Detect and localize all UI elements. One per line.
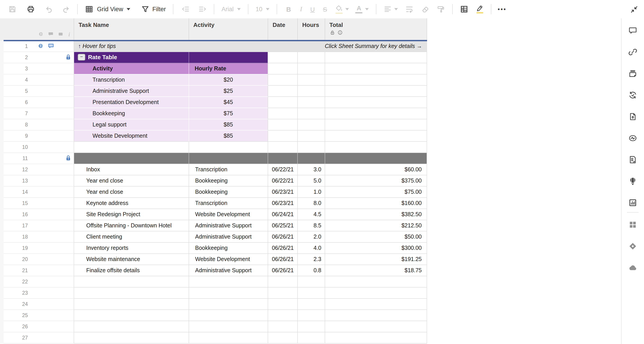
empty-cell[interactable] (325, 332, 427, 343)
total-cell[interactable]: $18.75 (325, 265, 427, 276)
row-number[interactable]: 18 (4, 231, 28, 242)
hours-cell[interactable]: 8.0 (298, 197, 325, 209)
hours-cell[interactable]: 1.0 (298, 186, 325, 197)
comment-icon[interactable] (48, 31, 54, 37)
underline-button[interactable]: U (310, 5, 315, 13)
total-cell[interactable]: $382.50 (325, 209, 427, 220)
empty-cell[interactable] (189, 332, 268, 343)
total-cell[interactable]: $50.00 (325, 231, 427, 242)
sidebar-publish-button[interactable] (628, 112, 638, 122)
date-cell[interactable]: 06/22/21 (268, 175, 298, 186)
wrap-text-button[interactable] (405, 5, 414, 13)
empty-cell[interactable] (189, 287, 268, 299)
activity-cell[interactable]: Website Development (189, 209, 268, 220)
empty-cell[interactable] (74, 142, 189, 153)
row-number[interactable]: 10 (4, 142, 28, 152)
hours-cell[interactable]: 2.3 (298, 254, 325, 265)
rate-value-cell[interactable]: $85 (189, 130, 268, 142)
section-bar-cell[interactable] (74, 153, 189, 164)
comment-icon[interactable] (48, 42, 54, 49)
task-name-cell[interactable]: Client meeting (74, 231, 189, 242)
empty-cell[interactable] (298, 85, 325, 97)
section-bar-cell[interactable] (298, 153, 325, 164)
row-number[interactable]: 5 (4, 85, 28, 96)
italic-button[interactable]: I (300, 5, 302, 13)
highlight-changes-button[interactable] (476, 5, 484, 14)
activity-cell[interactable]: Administrative Support (189, 220, 268, 231)
row-number[interactable]: 13 (4, 175, 28, 186)
row-info-icon[interactable]: i (67, 31, 71, 37)
activity-cell[interactable]: Administrative Support (189, 265, 268, 276)
column-header-date[interactable]: Date (268, 18, 298, 41)
sidebar-connector-cloud-button[interactable] (628, 263, 638, 273)
row-number[interactable]: 24 (4, 299, 28, 309)
row-number[interactable]: 22 (4, 276, 28, 287)
empty-cell[interactable] (268, 74, 298, 85)
total-cell[interactable]: $75.00 (325, 186, 427, 197)
column-header-total[interactable]: Total (325, 18, 427, 41)
total-cell[interactable]: $160.00 (325, 197, 427, 209)
empty-cell[interactable] (74, 299, 189, 310)
empty-cell[interactable] (268, 299, 298, 310)
strikethrough-button[interactable]: S (323, 5, 327, 13)
task-name-cell[interactable]: Inbox (74, 164, 189, 175)
row-number[interactable]: 4 (4, 74, 28, 85)
sidebar-proofs-button[interactable] (628, 69, 638, 78)
empty-cell[interactable] (189, 299, 268, 310)
task-name-cell[interactable]: Inventory reports (74, 242, 189, 254)
date-cell[interactable]: 06/26/21 (268, 231, 298, 242)
empty-cell[interactable] (74, 287, 189, 299)
empty-cell[interactable] (74, 310, 189, 321)
empty-cell[interactable] (325, 276, 427, 287)
row-number[interactable]: 11 (4, 153, 28, 164)
rate-activity-header-cell[interactable]: Activity (74, 63, 189, 74)
sidebar-sheet-summary-button[interactable] (628, 155, 638, 165)
task-name-cell[interactable]: Keynote address (74, 197, 189, 209)
activity-cell[interactable]: Website Development (189, 254, 268, 265)
empty-cell[interactable] (325, 130, 427, 142)
rate-activity-cell[interactable]: Transcription (74, 74, 189, 85)
proof-icon[interactable] (58, 31, 64, 37)
total-cell[interactable]: $191.25 (325, 254, 427, 265)
save-button[interactable] (8, 5, 16, 13)
hours-cell[interactable]: 5.0 (298, 175, 325, 186)
rate-table-header-cell[interactable]: −Rate Table (74, 52, 189, 63)
redo-button[interactable] (62, 5, 70, 13)
date-cell[interactable]: 06/23/21 (268, 197, 298, 209)
empty-cell[interactable] (268, 142, 298, 153)
section-bar-cell[interactable] (268, 153, 298, 164)
activity-cell[interactable]: Transcription (189, 197, 268, 209)
fill-color-button[interactable] (335, 5, 349, 14)
tip-row-cell[interactable]: ↑ Hover for tipsClick Sheet Summary for … (74, 41, 427, 52)
font-size-select[interactable]: 10 (256, 6, 270, 12)
empty-cell[interactable] (268, 310, 298, 321)
row-number[interactable]: 21 (4, 265, 28, 276)
task-name-cell[interactable]: Site Redesign Project (74, 209, 189, 220)
date-cell[interactable]: 06/26/21 (268, 254, 298, 265)
undo-button[interactable] (45, 5, 54, 13)
date-cell[interactable]: 06/23/21 (268, 186, 298, 197)
outdent-button[interactable] (182, 5, 190, 13)
row-number[interactable]: 16 (4, 209, 28, 219)
empty-cell[interactable] (268, 276, 298, 287)
bold-button[interactable]: B (286, 5, 291, 13)
collapse-toolbar-button[interactable] (630, 5, 638, 13)
filter-button[interactable]: Filter (141, 5, 166, 13)
sidebar-whats-new-button[interactable] (628, 176, 638, 186)
task-name-cell[interactable]: Finalize offsite details (74, 265, 189, 276)
empty-cell[interactable] (298, 130, 325, 142)
empty-cell[interactable] (325, 97, 427, 108)
attachment-icon[interactable] (38, 31, 44, 37)
empty-cell[interactable] (74, 332, 189, 343)
attachment-icon[interactable] (37, 42, 44, 49)
sidebar-attachments-link-button[interactable] (628, 47, 638, 57)
row-number[interactable]: 26 (4, 321, 28, 332)
empty-cell[interactable] (325, 310, 427, 321)
format-painter-button[interactable] (437, 5, 445, 13)
rate-activity-cell[interactable]: Legal support (74, 119, 189, 130)
column-header-hours[interactable]: Hours (298, 18, 325, 41)
empty-cell[interactable] (268, 119, 298, 130)
empty-cell[interactable] (268, 108, 298, 119)
rate-table-header-cell[interactable] (189, 52, 268, 63)
empty-cell[interactable] (268, 287, 298, 299)
